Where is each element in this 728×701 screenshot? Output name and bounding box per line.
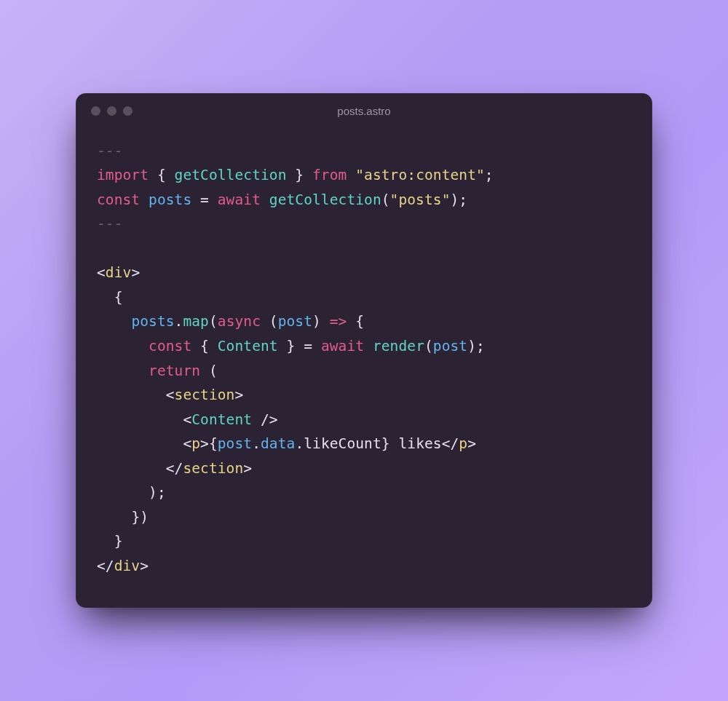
arrow: =>	[321, 313, 355, 330]
angle: >	[131, 264, 140, 281]
indent	[97, 289, 114, 306]
paren: (	[381, 191, 390, 208]
equals: =	[304, 338, 321, 355]
brace: {	[157, 167, 175, 183]
jsx-brace: }	[381, 435, 390, 452]
traffic-light-close-icon[interactable]	[91, 106, 100, 116]
tag-div: div	[106, 264, 132, 281]
brace: {	[355, 313, 364, 330]
paren: (	[209, 313, 218, 330]
window-traffic-lights	[91, 106, 132, 116]
fn-map: map	[183, 313, 209, 330]
angle: >	[234, 387, 243, 403]
indent	[97, 387, 166, 403]
tag-p: p	[459, 435, 467, 452]
indent	[97, 460, 166, 477]
dot: .	[252, 435, 261, 452]
angle: <	[166, 387, 175, 403]
code-window: posts.astro --- import { getCollection }…	[76, 93, 652, 609]
identifier-posts: posts	[149, 191, 191, 208]
dot: .	[175, 313, 183, 330]
indent	[97, 533, 114, 550]
brace: }	[278, 338, 304, 355]
angle: >	[140, 558, 149, 574]
frontmatter-fence: ---	[97, 143, 123, 159]
string-literal: "astro:content"	[355, 167, 485, 183]
angle: <	[97, 264, 106, 281]
indent	[97, 363, 149, 379]
string-literal: "posts"	[390, 191, 451, 208]
paren: )	[312, 313, 321, 330]
code-block: --- import { getCollection } from "astro…	[76, 129, 652, 608]
angle: <	[183, 411, 191, 428]
angle: />	[252, 411, 278, 428]
identifier-likecount: likeCount	[304, 435, 381, 452]
tag-section: section	[175, 387, 235, 403]
keyword-const: const	[97, 191, 140, 208]
tag-section: section	[183, 460, 243, 477]
space	[261, 313, 269, 330]
window-titlebar: posts.astro	[76, 94, 652, 129]
identifier-data: data	[261, 435, 295, 452]
angle: </	[166, 460, 183, 477]
paren: (	[269, 313, 278, 330]
identifier-getcollection: getCollection	[175, 167, 287, 183]
indent	[97, 509, 131, 526]
angle: >	[467, 435, 476, 452]
identifier-posts: posts	[131, 313, 174, 330]
tag-div: div	[114, 558, 141, 574]
identifier-post: post	[278, 313, 312, 330]
keyword-async: async	[218, 313, 261, 330]
paren: (	[424, 338, 433, 355]
jsx-brace: {	[209, 435, 218, 452]
keyword-await: await	[321, 338, 364, 355]
paren: (	[200, 363, 218, 379]
identifier-post: post	[433, 338, 467, 355]
semicolon: ;	[485, 167, 494, 183]
traffic-light-zoom-icon[interactable]	[123, 106, 132, 116]
indent	[97, 435, 183, 452]
brace: }	[287, 167, 304, 183]
traffic-light-minimize-icon[interactable]	[107, 106, 116, 116]
tag-p: p	[191, 435, 200, 452]
angle: >	[243, 460, 252, 477]
component-content: Content	[191, 411, 252, 428]
angle: </	[97, 558, 114, 574]
page-background: posts.astro --- import { getCollection }…	[0, 0, 728, 701]
jsx-brace: {	[114, 289, 123, 306]
frontmatter-fence: ---	[97, 215, 123, 232]
space	[364, 338, 373, 355]
indent	[97, 411, 183, 428]
fn-render: render	[373, 338, 424, 355]
dot: .	[295, 435, 304, 452]
identifier-post: post	[218, 435, 252, 452]
text-likes: likes	[390, 435, 442, 452]
paren: );	[467, 338, 485, 355]
keyword-return: return	[149, 363, 200, 379]
equals: =	[191, 191, 218, 208]
angle: >	[200, 435, 209, 452]
jsx-brace: }	[114, 533, 123, 550]
paren: );	[149, 484, 166, 501]
keyword-await: await	[218, 191, 261, 208]
angle: </	[442, 435, 459, 452]
indent	[97, 313, 131, 330]
indent	[97, 338, 149, 355]
keyword-const: const	[149, 338, 191, 355]
window-title: posts.astro	[76, 105, 652, 117]
identifier-content: Content	[218, 338, 278, 355]
keyword-from: from	[312, 167, 347, 183]
indent	[97, 484, 149, 501]
paren: );	[450, 191, 467, 208]
keyword-import: import	[97, 167, 149, 183]
brace: {	[191, 338, 218, 355]
angle: <	[183, 435, 191, 452]
fn-getcollection: getCollection	[269, 191, 381, 208]
paren: })	[131, 509, 149, 526]
